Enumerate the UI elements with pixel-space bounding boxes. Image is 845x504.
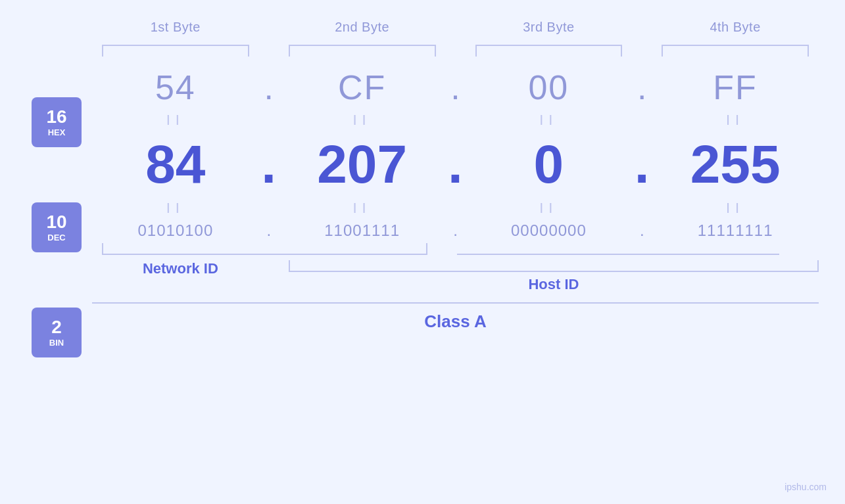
network-id-area: Network ID xyxy=(92,260,269,277)
columns-area: 1st Byte 2nd Byte 3rd Byte 4th Byte 54 .… xyxy=(92,20,819,484)
hex-dot2: . xyxy=(446,68,466,107)
dec-b1: 84 xyxy=(92,133,259,195)
hex-b4: FF xyxy=(652,68,819,107)
bracket-bottom-1 xyxy=(102,243,427,255)
hex-b2: CF xyxy=(279,68,446,107)
class-row-container: Class A xyxy=(92,302,819,332)
bottom-brackets xyxy=(92,243,819,256)
eq2-b1: II xyxy=(92,200,259,217)
network-id-label: Network ID xyxy=(143,260,218,277)
eq1-b3: II xyxy=(466,112,633,129)
bin-b1: 01010100 xyxy=(92,221,259,240)
eq1-b2: II xyxy=(279,112,446,129)
bracket-3 xyxy=(475,45,623,57)
dec-dot1: . xyxy=(259,133,279,195)
top-brackets xyxy=(92,45,819,58)
host-id-bracket xyxy=(289,260,819,272)
bracket-2 xyxy=(289,45,436,57)
dec-b4: 255 xyxy=(652,133,819,195)
hex-b3: 00 xyxy=(466,68,633,107)
eq1-b1: II xyxy=(92,112,259,129)
dec-badge-number: 10 xyxy=(46,213,66,231)
dec-dot2: . xyxy=(446,133,466,195)
eq2-b3: II xyxy=(466,200,633,217)
byte3-header: 3rd Byte xyxy=(466,20,633,35)
bin-b3: 00000000 xyxy=(466,221,633,240)
eq2-b2: II xyxy=(279,200,446,217)
equals-row-2: II II II II xyxy=(92,195,819,221)
hex-dot3: . xyxy=(632,68,652,107)
watermark: ipshu.com xyxy=(785,482,827,492)
bin-dot2: . xyxy=(446,221,466,240)
class-label: Class A xyxy=(92,311,819,332)
id-labels-container: Network ID Host ID xyxy=(92,260,819,293)
bracket-bottom-23 xyxy=(457,243,780,255)
byte1-header: 1st Byte xyxy=(92,20,259,35)
hex-badge-label: HEX xyxy=(48,127,66,137)
bin-badge-label: BIN xyxy=(49,338,64,348)
hex-dot1: . xyxy=(259,68,279,107)
byte2-header: 2nd Byte xyxy=(279,20,446,35)
main-container: 16 HEX 10 DEC 2 BIN 1st Byte 2nd Byte 3r… xyxy=(0,0,845,504)
host-id-area: Host ID xyxy=(289,260,819,293)
dec-badge: 10 DEC xyxy=(32,202,82,252)
hex-row: 54 . CF . 00 . FF xyxy=(92,68,819,107)
bin-b2: 11001111 xyxy=(279,221,446,240)
host-id-label: Host ID xyxy=(528,276,579,293)
dec-row: 84 . 207 . 0 . 255 xyxy=(92,133,819,195)
dec-b2: 207 xyxy=(279,133,446,195)
bracket-4 xyxy=(662,45,809,57)
dec-dot3: . xyxy=(632,133,652,195)
class-divider xyxy=(92,302,819,304)
bin-row: 01010100 . 11001111 . 00000000 . 1111111… xyxy=(92,221,819,240)
bin-badge: 2 BIN xyxy=(32,308,82,357)
eq2-b4: II xyxy=(652,200,819,217)
bracket-1 xyxy=(102,45,249,57)
dec-b3: 0 xyxy=(466,133,633,195)
hex-badge: 16 HEX xyxy=(32,97,82,147)
bin-dot1: . xyxy=(259,221,279,240)
bin-badge-number: 2 xyxy=(51,318,62,336)
equals-row-1: II II II II xyxy=(92,107,819,133)
byte4-header: 4th Byte xyxy=(652,20,819,35)
eq1-b4: II xyxy=(652,112,819,129)
bin-b4: 11111111 xyxy=(652,221,819,240)
dec-badge-label: DEC xyxy=(47,233,65,242)
hex-badge-number: 16 xyxy=(46,108,66,126)
bin-dot3: . xyxy=(632,221,652,240)
byte-headers: 1st Byte 2nd Byte 3rd Byte 4th Byte xyxy=(92,20,819,41)
hex-b1: 54 xyxy=(92,68,259,107)
